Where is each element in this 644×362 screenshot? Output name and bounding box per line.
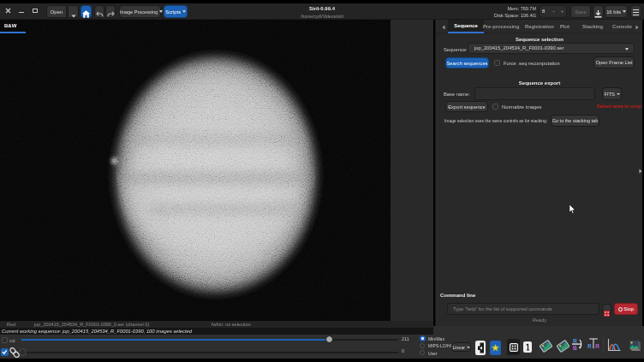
svg-text:R: R	[587, 343, 592, 349]
svg-text:B: B	[573, 345, 577, 351]
svg-text:R: R	[595, 343, 599, 349]
svg-text:R: R	[573, 338, 577, 344]
